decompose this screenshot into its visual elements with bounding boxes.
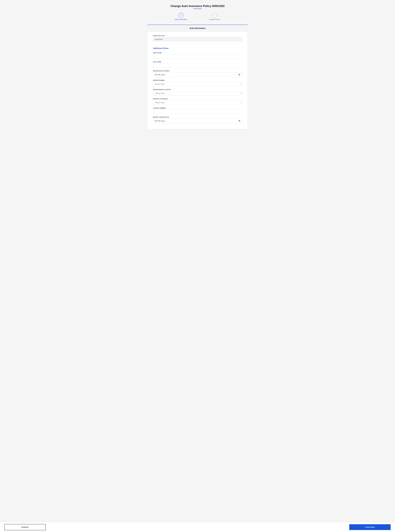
category-label: DRIVER`S CATEGORY [153, 98, 242, 100]
dob-group: DRIVER DATE OF BIRTH [153, 70, 242, 77]
card-header-title: Auto Information [190, 27, 205, 29]
effective-date-group: EFFECTIVE DATE [153, 35, 242, 41]
category-group: DRIVER`S CATEGORY Please select: Categor… [153, 98, 242, 105]
licence-number-group: LICENCE NUMBER [153, 107, 242, 114]
title-underline [193, 9, 202, 9]
licence-date-input[interactable] [153, 119, 242, 123]
auto-information-card: Auto Information EFFECTIVE DATE Addition… [147, 25, 248, 129]
gender-select[interactable]: Please select: Male Female [153, 82, 242, 86]
additional-driver-title: Additional Driver [153, 47, 242, 50]
step-2-label: Change Preview [209, 18, 220, 20]
dob-input[interactable] [153, 73, 242, 77]
effective-date-label: EFFECTIVE DATE [153, 35, 242, 37]
last-name-input[interactable] [153, 63, 242, 67]
footer: CANCEL CONTINUE [0, 522, 395, 532]
step-1: 1 Driver Information [175, 13, 187, 20]
first-name-label: FIRST NAME [153, 52, 242, 54]
last-name-label: LAST NAME [153, 61, 242, 63]
continue-button[interactable]: CONTINUE [349, 524, 391, 530]
card-body: EFFECTIVE DATE Additional Driver FIRST N… [148, 32, 247, 129]
first-name-input[interactable] [153, 54, 242, 59]
card-header: Auto Information [148, 25, 247, 32]
steps-container: 1 Driver Information 2 Change Preview [147, 13, 248, 20]
licence-number-input[interactable] [153, 110, 242, 114]
category-select[interactable]: Please select: Category A Category B [153, 100, 242, 105]
cancel-button[interactable]: CANCEL [4, 524, 46, 530]
gender-group: DRIVER GENDER Please select: Male Female [153, 80, 242, 86]
last-name-group: LAST NAME [153, 61, 242, 67]
first-name-group: FIRST NAME [153, 52, 242, 59]
licence-date-group: DRIVER LICENCE DATE [153, 117, 242, 123]
effective-date-input [153, 37, 242, 41]
step-1-label: Driver Information [175, 18, 187, 20]
form-divider [153, 44, 242, 44]
licence-date-label: DRIVER LICENCE DATE [153, 117, 242, 118]
step-2-circle: 2 [212, 13, 217, 18]
step-2: 2 Change Preview [209, 13, 220, 20]
licence-number-label: LICENCE NUMBER [153, 107, 242, 109]
marital-select[interactable]: Please select: Single Married Divorced [153, 91, 242, 95]
marital-group: DRIVER MARITAL STATUS Please select: Sin… [153, 89, 242, 95]
page-title: Change Auto Insurance Policy 00001002 [170, 4, 225, 8]
dob-label: DRIVER DATE OF BIRTH [153, 70, 242, 72]
marital-label: DRIVER MARITAL STATUS [153, 89, 242, 90]
step-1-circle: 1 [179, 13, 183, 18]
gender-label: DRIVER GENDER [153, 80, 242, 81]
